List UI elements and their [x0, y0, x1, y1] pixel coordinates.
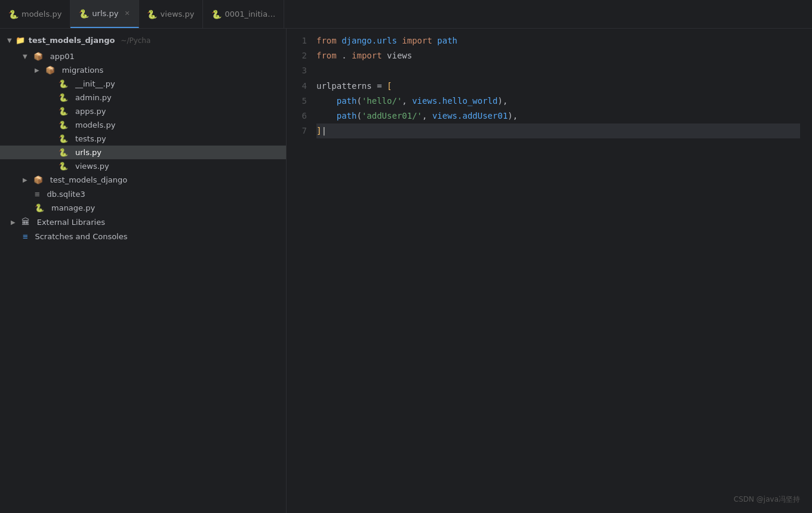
editor-content: 1234567 from django.urls import pathfrom…: [287, 29, 812, 513]
project-root-label: test_models_django: [29, 36, 115, 45]
code-line-3: [316, 63, 800, 78]
ext_libs-label: External Libraries: [37, 218, 105, 227]
sidebar: ▼ 📁 test_models_django ~/Pycha ▼📦app01▶📦…: [0, 29, 287, 513]
line-num-6: 6: [296, 109, 307, 123]
project-chevron-icon: ▼: [7, 37, 12, 44]
admin-icon: 🐍: [59, 93, 68, 102]
code-area[interactable]: from django.urls import pathfrom . impor…: [316, 33, 812, 508]
tree-item-init[interactable]: 🐍__init__.py: [0, 77, 286, 91]
migrations-chevron-icon: ▶: [35, 67, 39, 73]
admin-label: admin.py: [75, 93, 112, 102]
test_models_django_pkg-label: test_models_django: [50, 175, 128, 184]
migrations-label: migrations: [62, 66, 104, 75]
python-icon: 🐍: [211, 10, 221, 19]
tab-close-urls[interactable]: ✕: [124, 10, 130, 17]
tests-label: tests.py: [75, 134, 106, 143]
line-num-1: 1: [296, 33, 307, 48]
code-line-2: from . import views: [316, 48, 800, 63]
tab-label-models: models.py: [21, 10, 61, 18]
db-label: db.sqlite3: [47, 190, 85, 199]
line-num-2: 2: [296, 48, 307, 63]
apps-icon: 🐍: [59, 107, 68, 116]
tab-urls[interactable]: 🐍urls.py✕: [70, 0, 139, 28]
tree-item-app01[interactable]: ▼📦app01: [0, 50, 286, 63]
test_models_django_pkg-chevron-icon: ▶: [23, 177, 27, 183]
code-line-7: ]|: [316, 123, 800, 138]
ext_libs-chevron-icon: ▶: [11, 219, 16, 225]
tree-item-tests[interactable]: 🐍tests.py: [0, 132, 286, 146]
tree-item-test_models_django_pkg[interactable]: ▶📦test_models_django: [0, 173, 286, 187]
line-num-7: 7: [296, 123, 307, 138]
ext_libs-icon: 🏛: [21, 217, 30, 227]
tree-item-apps[interactable]: 🐍apps.py: [0, 104, 286, 118]
editor-area[interactable]: 1234567 from django.urls import pathfrom…: [287, 29, 812, 513]
tab-views[interactable]: 🐍views.py: [139, 0, 204, 28]
line-num-5: 5: [296, 94, 307, 109]
manage-label: manage.py: [51, 203, 95, 212]
tree-item-ext_libs[interactable]: ▶🏛External Libraries: [0, 215, 286, 229]
migrations-icon: 📦: [45, 66, 55, 75]
urls-label: urls.py: [75, 148, 102, 157]
line-num-4: 4: [296, 79, 307, 94]
tree-item-migrations[interactable]: ▶📦migrations: [0, 63, 286, 77]
python-icon: 🐍: [8, 10, 18, 19]
tests-icon: 🐍: [59, 134, 68, 143]
tabs-bar: 🐍models.py🐍urls.py✕🐍views.py🐍0001_initia…: [0, 0, 812, 29]
init-icon: 🐍: [59, 79, 68, 88]
tree-item-manage[interactable]: 🐍manage.py: [0, 201, 286, 215]
tree-item-views[interactable]: 🐍views.py: [0, 159, 286, 173]
scratches-label: Scratches and Consoles: [35, 232, 127, 241]
tree-item-db[interactable]: ≡db.sqlite3: [0, 187, 286, 201]
test_models_django_pkg-icon: 📦: [33, 175, 43, 184]
line-num-3: 3: [296, 63, 307, 78]
tree-item-urls[interactable]: 🐍urls.py: [0, 146, 286, 159]
code-line-5: path('hello/', views.hello_world),: [316, 94, 800, 109]
python-icon: 🐍: [79, 9, 88, 18]
file-tree: ▼📦app01▶📦migrations🐍__init__.py🐍admin.py…: [0, 50, 286, 243]
tab-models[interactable]: 🐍models.py: [0, 0, 70, 28]
project-header[interactable]: ▼ 📁 test_models_django ~/Pycha: [0, 31, 286, 50]
tab-migration[interactable]: 🐍0001_initia…: [203, 0, 284, 28]
models-label: models.py: [75, 120, 115, 129]
tree-item-admin[interactable]: 🐍admin.py: [0, 91, 286, 104]
python-icon: 🐍: [147, 10, 157, 19]
views-icon: 🐍: [59, 162, 68, 171]
line-numbers: 1234567: [287, 33, 316, 508]
tab-label-views: views.py: [161, 10, 195, 18]
views-label: views.py: [75, 162, 109, 171]
urls-icon: 🐍: [59, 148, 68, 157]
manage-icon: 🐍: [35, 203, 44, 212]
tab-label-urls: urls.py: [92, 9, 118, 18]
folder-icon: 📁: [16, 36, 25, 45]
code-line-6: path('addUser01/', views.addUser01),: [316, 109, 800, 123]
tab-label-migration: 0001_initia…: [224, 10, 275, 18]
project-root-path: ~/Pycha: [119, 36, 151, 45]
tree-item-scratches[interactable]: ≡Scratches and Consoles: [0, 229, 286, 243]
code-line-1: from django.urls import path: [316, 33, 800, 48]
scratches-icon: ≡: [23, 231, 27, 241]
init-label: __init__.py: [75, 79, 115, 88]
app01-chevron-icon: ▼: [23, 53, 27, 60]
db-icon: ≡: [35, 189, 39, 199]
app01-label: app01: [50, 52, 75, 61]
tree-item-models[interactable]: 🐍models.py: [0, 118, 286, 132]
code-line-4: urlpatterns = [: [316, 79, 800, 94]
app01-icon: 📦: [33, 52, 43, 61]
models-icon: 🐍: [59, 120, 68, 129]
apps-label: apps.py: [75, 107, 106, 116]
main-content: ▼ 📁 test_models_django ~/Pycha ▼📦app01▶📦…: [0, 29, 812, 513]
